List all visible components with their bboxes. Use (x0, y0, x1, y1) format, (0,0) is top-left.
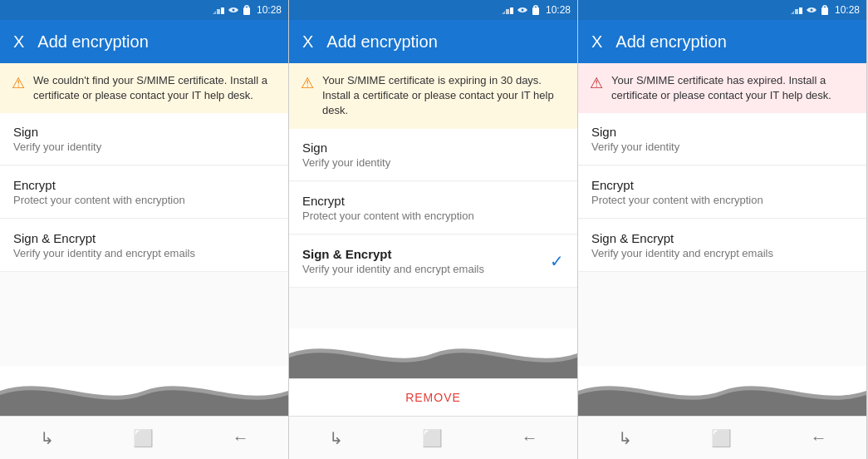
alert-icon: ⚠ (12, 74, 25, 92)
menu-item-title-1: Encrypt (591, 178, 763, 192)
wave-decoration (578, 366, 866, 416)
svg-marker-1 (217, 9, 220, 14)
menu-item-title-1: Encrypt (13, 178, 185, 192)
menu-item-0[interactable]: Sign Verify your identity (0, 113, 288, 165)
menu-item-subtitle-1: Protect your content with encryption (591, 194, 763, 206)
app-header: X Add encryption (578, 20, 866, 63)
nav-recent-icon[interactable]: ↲ (329, 428, 343, 448)
menu-item-1[interactable]: Encrypt Protect your content with encryp… (578, 166, 866, 219)
menu-item-2[interactable]: Sign & Encrypt Verify your identity and … (578, 220, 866, 272)
menu-item-subtitle-0: Verify your identity (591, 141, 679, 153)
status-time: 10:28 (257, 4, 282, 16)
close-button[interactable]: X (302, 32, 313, 52)
menu-item-1[interactable]: Encrypt Protect your content with encryp… (0, 166, 288, 219)
menu-item-title-1: Encrypt (302, 194, 474, 208)
nav-bar: ↲ ⬜ ← (289, 416, 577, 459)
nav-back-icon[interactable]: ← (522, 428, 538, 447)
alert-banner: ⚠ Your S/MIME certificate is expiring in… (289, 63, 577, 129)
menu-item-subtitle-2: Verify your identity and encrypt emails (302, 263, 484, 275)
check-icon: ✓ (550, 251, 564, 271)
menu-item-subtitle-2: Verify your identity and encrypt emails (13, 247, 195, 259)
header-title: Add encryption (615, 32, 726, 52)
bottom-section: ↲ ⬜ ← (0, 366, 288, 459)
menu-item-0[interactable]: Sign Verify your identity (578, 113, 866, 165)
wave-decoration (289, 328, 577, 378)
svg-marker-0 (213, 11, 216, 14)
menu-item-subtitle-0: Verify your identity (302, 156, 390, 169)
wave-decoration (0, 366, 288, 416)
app-header: X Add encryption (289, 20, 577, 63)
status-bar: 10:28 (0, 0, 288, 20)
menu-item-subtitle-0: Verify your identity (13, 141, 101, 153)
svg-point-15 (810, 9, 812, 12)
svg-marker-14 (799, 7, 802, 14)
nav-back-icon[interactable]: ← (811, 428, 827, 447)
alert-icon: ⚠ (301, 74, 314, 92)
menu-item-title-0: Sign (591, 125, 679, 139)
svg-marker-6 (502, 11, 505, 14)
menu-list: Sign Verify your identity Encrypt Protec… (289, 129, 577, 328)
nav-home-icon[interactable]: ⬜ (133, 428, 154, 448)
status-time: 10:28 (546, 4, 571, 16)
nav-recent-icon[interactable]: ↲ (40, 428, 54, 448)
nav-home-icon[interactable]: ⬜ (711, 428, 732, 448)
status-bar: 10:28 (289, 0, 577, 20)
panel-1: 10:28 X Add encryption ⚠ We couldn't fin… (0, 0, 289, 459)
menu-list: Sign Verify your identity Encrypt Protec… (0, 113, 288, 366)
menu-item-title-2: Sign & Encrypt (302, 247, 484, 261)
close-button[interactable]: X (591, 32, 602, 52)
svg-marker-8 (510, 7, 513, 14)
menu-item-title-2: Sign & Encrypt (13, 231, 195, 245)
svg-marker-2 (221, 7, 224, 14)
panel-3: 10:28 X Add encryption ⚠ Your S/MIME cer… (578, 0, 867, 459)
menu-list: Sign Verify your identity Encrypt Protec… (578, 113, 866, 366)
svg-point-3 (232, 9, 234, 12)
panel-2: 10:28 X Add encryption ⚠ Your S/MIME cer… (289, 0, 578, 459)
menu-item-subtitle-2: Verify your identity and encrypt emails (591, 247, 773, 259)
nav-bar: ↲ ⬜ ← (0, 416, 288, 459)
close-button[interactable]: X (13, 32, 24, 52)
nav-bar: ↲ ⬜ ← (578, 416, 866, 459)
alert-text: We couldn't find your S/MIME certificate… (33, 73, 277, 103)
remove-button[interactable]: REMOVE (289, 378, 577, 416)
menu-item-title-0: Sign (302, 141, 390, 155)
alert-text: Your S/MIME certificate has expired. Ins… (611, 73, 855, 103)
status-bar: 10:28 (578, 0, 866, 20)
alert-banner: ⚠ Your S/MIME certificate has expired. I… (578, 63, 866, 113)
alert-banner: ⚠ We couldn't find your S/MIME certifica… (0, 63, 288, 113)
menu-item-subtitle-1: Protect your content with encryption (13, 194, 185, 206)
menu-item-title-0: Sign (13, 125, 101, 139)
menu-item-subtitle-1: Protect your content with encryption (302, 210, 474, 222)
bottom-section: ↲ ⬜ ← (578, 366, 866, 459)
svg-rect-11 (534, 6, 537, 8)
status-time: 10:28 (835, 4, 860, 16)
header-title: Add encryption (37, 32, 148, 52)
menu-item-0[interactable]: Sign Verify your identity (289, 129, 577, 181)
nav-home-icon[interactable]: ⬜ (422, 428, 443, 448)
nav-back-icon[interactable]: ← (233, 428, 249, 447)
app-header: X Add encryption (0, 20, 288, 63)
svg-point-9 (521, 9, 523, 12)
svg-marker-7 (506, 9, 509, 14)
alert-icon: ⚠ (590, 74, 603, 92)
menu-item-2[interactable]: Sign & Encrypt Verify your identity and … (289, 235, 577, 288)
header-title: Add encryption (326, 32, 437, 52)
menu-item-2[interactable]: Sign & Encrypt Verify your identity and … (0, 220, 288, 272)
bottom-section: REMOVE ↲ ⬜ ← (289, 328, 577, 459)
svg-marker-12 (791, 11, 794, 14)
svg-marker-13 (795, 9, 798, 14)
svg-rect-5 (245, 6, 248, 8)
menu-item-title-2: Sign & Encrypt (591, 231, 773, 245)
nav-recent-icon[interactable]: ↲ (618, 428, 632, 448)
alert-text: Your S/MIME certificate is expiring in 3… (322, 73, 566, 119)
menu-item-1[interactable]: Encrypt Protect your content with encryp… (289, 182, 577, 234)
svg-rect-17 (823, 6, 826, 8)
